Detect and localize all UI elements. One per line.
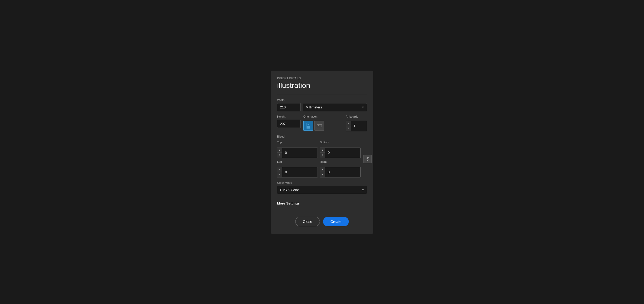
link-icon: [365, 157, 370, 161]
bleed-top-decrement-button[interactable]: ▼: [277, 153, 282, 158]
width-input[interactable]: [277, 103, 301, 111]
unit-select-wrapper: Millimeters Inches Centimeters Pixels Po…: [303, 103, 367, 111]
close-button[interactable]: Close: [295, 217, 320, 226]
bleed-wrapper: Top ▲ ▼ Bottom: [277, 141, 367, 177]
landscape-icon: [317, 123, 322, 129]
bleed-label: Bleed: [277, 135, 367, 138]
height-input[interactable]: [277, 120, 301, 128]
bleed-top-stepper: ▲ ▼: [277, 148, 318, 158]
color-mode-select-wrapper: CMYK Color RGB Color ▼: [277, 186, 367, 194]
bleed-right-stepper-buttons: ▲ ▼: [320, 167, 325, 177]
width-label: Width: [277, 98, 367, 102]
bleed-right-field: Right ▲ ▼: [320, 160, 361, 177]
color-mode-section: Color Mode CMYK Color RGB Color ▼: [277, 181, 367, 194]
bleed-bottom-label: Bottom: [320, 141, 361, 144]
bleed-left-field: Left ▲ ▼: [277, 160, 318, 177]
artboards-label: Artboards: [346, 115, 367, 118]
height-orientation-row: Height Orientation: [277, 115, 367, 131]
bleed-bottom-field: Bottom ▲ ▼: [320, 141, 361, 158]
orientation-buttons: [303, 121, 324, 131]
svg-point-3: [318, 125, 319, 126]
height-col: Height: [277, 115, 301, 131]
bleed-bottom-decrement-button[interactable]: ▼: [320, 153, 325, 158]
width-row: Millimeters Inches Centimeters Pixels Po…: [277, 103, 367, 111]
bleed-right-increment-button[interactable]: ▲: [320, 167, 325, 172]
bleed-link-button[interactable]: [363, 155, 372, 163]
orientation-col: Orientation: [303, 115, 324, 131]
dialog-body: PRESET DETAILS illustration Width Millim…: [271, 71, 373, 212]
bleed-bottom-stepper: ▲ ▼: [320, 148, 361, 158]
bleed-top-increment-button[interactable]: ▲: [277, 148, 282, 153]
landscape-orientation-button[interactable]: [314, 121, 324, 131]
bleed-left-input[interactable]: [282, 168, 303, 176]
preset-details-label: PRESET DETAILS: [277, 77, 367, 80]
bleed-top-field: Top ▲ ▼: [277, 141, 318, 158]
bleed-left-decrement-button[interactable]: ▼: [277, 172, 282, 177]
bleed-top-stepper-buttons: ▲ ▼: [277, 148, 282, 158]
preset-details-dialog: PRESET DETAILS illustration Width Millim…: [271, 71, 373, 234]
artboards-input[interactable]: [351, 122, 367, 130]
bleed-left-stepper-buttons: ▲ ▼: [277, 167, 282, 177]
bleed-section: Bleed Top ▲ ▼: [277, 135, 367, 177]
bleed-bottom-stepper-buttons: ▲ ▼: [320, 148, 325, 158]
bleed-bottom-increment-button[interactable]: ▲: [320, 148, 325, 153]
unit-select[interactable]: Millimeters Inches Centimeters Pixels Po…: [303, 103, 367, 111]
height-label: Height: [277, 115, 301, 118]
more-settings-button[interactable]: More Settings: [277, 199, 367, 207]
color-mode-label: Color Mode: [277, 181, 367, 184]
preset-title: illustration: [277, 81, 367, 94]
bleed-top-input[interactable]: [282, 149, 303, 156]
artboards-col: Artboards ▲ ▼: [346, 115, 367, 131]
color-mode-select[interactable]: CMYK Color RGB Color: [277, 186, 367, 194]
artboards-decrement-button[interactable]: ▼: [346, 126, 351, 131]
portrait-icon: [306, 123, 311, 129]
bleed-right-decrement-button[interactable]: ▼: [320, 172, 325, 177]
orientation-label: Orientation: [303, 115, 324, 118]
bleed-grid: Top ▲ ▼ Bottom: [277, 141, 361, 177]
bleed-right-stepper: ▲ ▼: [320, 167, 361, 177]
artboards-stepper-buttons: ▲ ▼: [346, 121, 351, 131]
bleed-left-label: Left: [277, 160, 318, 163]
artboards-increment-button[interactable]: ▲: [346, 121, 351, 126]
artboards-stepper: ▲ ▼: [346, 121, 367, 131]
bleed-left-stepper: ▲ ▼: [277, 167, 318, 177]
bleed-right-input[interactable]: [325, 168, 346, 176]
portrait-orientation-button[interactable]: [303, 121, 313, 131]
bleed-top-label: Top: [277, 141, 318, 144]
svg-point-1: [308, 124, 309, 125]
svg-rect-2: [317, 124, 322, 127]
create-button[interactable]: Create: [323, 217, 349, 226]
dialog-footer: Close Create: [271, 212, 373, 234]
bleed-left-increment-button[interactable]: ▲: [277, 167, 282, 172]
bleed-bottom-input[interactable]: [325, 149, 346, 156]
bleed-right-label: Right: [320, 160, 361, 163]
